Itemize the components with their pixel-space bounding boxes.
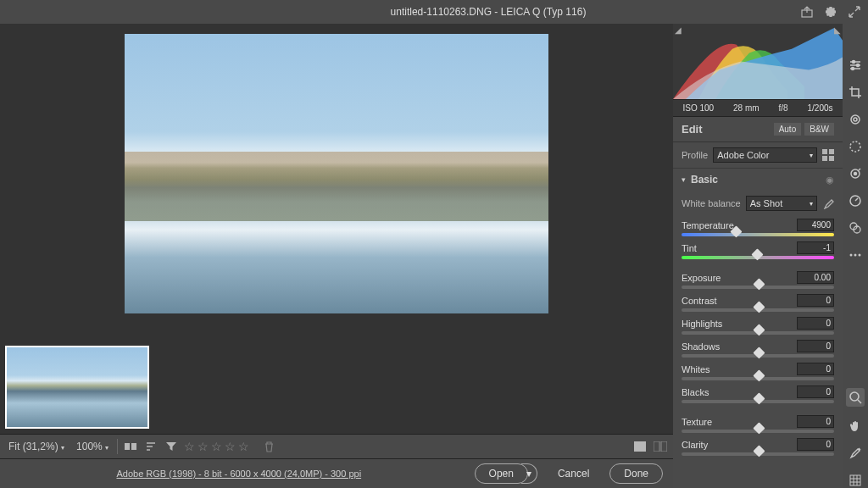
white-balance-row: White balance As Shot▾ — [673, 191, 843, 216]
blacks-label: Blacks — [682, 387, 709, 397]
svg-point-14 — [854, 118, 857, 121]
image-info[interactable]: Adobe RGB (1998) - 8 bit - 6000 x 4000 (… — [10, 469, 468, 479]
highlights-value[interactable]: 0 — [797, 317, 834, 330]
redeye-icon[interactable] — [848, 166, 863, 181]
svg-rect-7 — [829, 149, 834, 154]
svg-rect-6 — [822, 149, 827, 154]
thumbnail[interactable] — [5, 346, 149, 429]
eyedropper-icon[interactable] — [822, 197, 834, 209]
compare-icon[interactable] — [123, 439, 138, 454]
shadows-label: Shadows — [682, 341, 720, 352]
profile-browser-icon[interactable] — [822, 149, 834, 161]
wb-dropdown[interactable]: As Shot▾ — [746, 196, 817, 211]
bw-button[interactable]: B&W — [804, 123, 834, 136]
healing-icon[interactable] — [848, 112, 863, 127]
clarity-slider[interactable]: Clarity0 — [673, 435, 843, 458]
star-icon[interactable]: ☆ — [211, 440, 222, 453]
preview-area[interactable] — [0, 24, 673, 341]
image-preview — [125, 34, 548, 313]
svg-rect-4 — [654, 441, 659, 452]
whites-value[interactable]: 0 — [797, 363, 834, 375]
contrast-track[interactable] — [682, 308, 834, 312]
profile-dropdown[interactable]: Adobe Color▾ — [713, 147, 817, 163]
zoom-fit-select[interactable]: Fit (31,2%) ▾ — [5, 439, 68, 454]
shadows-value[interactable]: 0 — [797, 340, 834, 352]
fullscreen-icon[interactable] — [848, 5, 861, 19]
temperature-track[interactable] — [682, 233, 834, 236]
blacks-value[interactable]: 0 — [797, 385, 834, 398]
contrast-label: Contrast — [682, 296, 717, 306]
done-button[interactable]: Done — [609, 463, 663, 484]
cancel-button[interactable]: Cancel — [544, 464, 603, 483]
tint-label: Tint — [682, 243, 697, 253]
shadows-track[interactable] — [682, 354, 834, 358]
whites-slider[interactable]: Whites0 — [673, 360, 843, 383]
more-icon[interactable] — [848, 247, 863, 263]
texture-slider[interactable]: Texture0 — [673, 413, 843, 435]
exif-shutter: 1/200s — [808, 103, 833, 113]
shadow-clip-icon[interactable]: ◢ — [675, 25, 682, 35]
filter-icon[interactable] — [164, 439, 179, 454]
trash-icon[interactable] — [261, 439, 276, 454]
texture-track[interactable] — [682, 430, 834, 433]
exposure-track[interactable] — [682, 286, 834, 289]
blacks-track[interactable] — [682, 400, 834, 403]
zoom-tool-icon[interactable] — [846, 388, 865, 407]
temperature-slider[interactable]: Temperature4900 — [673, 216, 843, 239]
gear-icon[interactable] — [824, 5, 837, 19]
exposure-slider[interactable]: Exposure0.00 — [673, 269, 843, 291]
grid-icon[interactable] — [848, 473, 863, 488]
edit-panel: ▲ ◢ ◣ ISO 100 28 mm f/8 1/200s Edit Auto… — [673, 24, 843, 488]
shadows-slider[interactable]: Shadows0 — [673, 337, 843, 360]
svg-point-12 — [852, 68, 854, 70]
tint-value[interactable]: -1 — [797, 241, 834, 254]
temperature-value[interactable]: 4900 — [797, 219, 834, 231]
auto-button[interactable]: Auto — [774, 123, 802, 136]
highlights-label: Highlights — [682, 319, 722, 329]
basic-section-header[interactable]: ▾ Basic ◉ — [673, 168, 843, 191]
crop-icon[interactable] — [848, 85, 863, 100]
open-button[interactable]: Open — [475, 463, 528, 484]
star-icon[interactable]: ☆ — [238, 440, 249, 453]
svg-rect-2 — [131, 443, 136, 450]
title-bar: untitled-1110263.DNG - LEICA Q (Typ 116) — [0, 0, 868, 24]
highlights-track[interactable] — [682, 331, 834, 335]
edit-sliders-icon[interactable] — [848, 58, 863, 73]
chevron-down-icon: ▾ — [682, 175, 686, 184]
hand-tool-icon[interactable] — [848, 419, 863, 434]
color-sampler-icon[interactable] — [848, 446, 863, 461]
svg-point-10 — [853, 61, 855, 64]
open-dropdown[interactable]: ▾ — [521, 463, 537, 484]
contrast-slider[interactable]: Contrast0 — [673, 291, 843, 314]
svg-point-24 — [850, 392, 859, 401]
clarity-value[interactable]: 0 — [797, 438, 834, 451]
tint-track[interactable] — [682, 256, 834, 259]
tint-slider[interactable]: Tint-1 — [673, 239, 843, 262]
sort-icon[interactable] — [143, 439, 159, 454]
footer-bar: Adobe RGB (1998) - 8 bit - 6000 x 4000 (… — [0, 459, 673, 488]
share-icon[interactable] — [800, 5, 814, 19]
star-icon[interactable]: ☆ — [184, 440, 195, 453]
zoom-percent-select[interactable]: 100% ▾ — [73, 439, 112, 454]
preset-icon[interactable] — [848, 220, 863, 236]
highlights-slider[interactable]: Highlights0 — [673, 314, 843, 337]
histogram[interactable]: ◢ ◣ — [673, 24, 843, 100]
highlight-clip-icon[interactable]: ◣ — [834, 25, 841, 35]
visibility-icon[interactable]: ◉ — [826, 175, 834, 186]
texture-value[interactable]: 0 — [797, 415, 834, 428]
exposure-value[interactable]: 0.00 — [797, 271, 834, 284]
whites-track[interactable] — [682, 377, 834, 380]
star-icon[interactable]: ☆ — [198, 440, 209, 453]
basic-label: Basic — [691, 174, 821, 186]
single-view-icon[interactable] — [632, 439, 648, 454]
blacks-slider[interactable]: Blacks0 — [673, 383, 843, 406]
svg-point-23 — [859, 254, 861, 257]
snapshot-icon[interactable] — [848, 193, 863, 208]
mask-icon[interactable] — [848, 139, 863, 154]
clarity-track[interactable] — [682, 452, 834, 456]
split-view-icon[interactable] — [653, 439, 668, 454]
contrast-value[interactable]: 0 — [797, 294, 834, 307]
rating-stars[interactable]: ☆ ☆ ☆ ☆ ☆ — [184, 440, 249, 453]
svg-point-22 — [854, 254, 857, 257]
star-icon[interactable]: ☆ — [225, 440, 236, 453]
